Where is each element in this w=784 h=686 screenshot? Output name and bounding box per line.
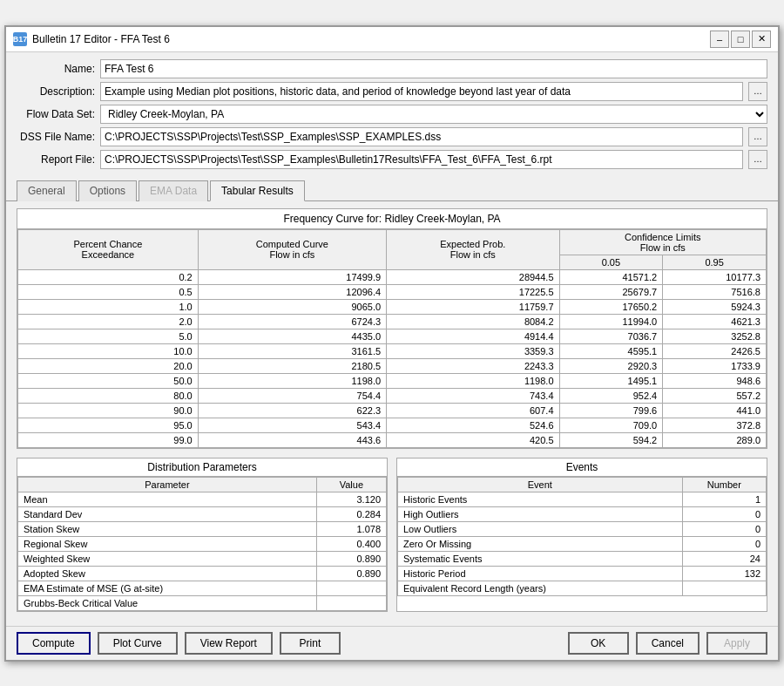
table-row: 1.0 9065.0 11759.7 17650.2 5924.3 — [18, 299, 767, 314]
event-row: Systematic Events 24 — [398, 551, 767, 566]
name-input[interactable] — [100, 59, 767, 78]
titlebar: B17 Bulletin 17 Editor - FFA Test 6 – □ … — [6, 27, 778, 52]
cell-pct: 95.0 — [18, 418, 199, 432]
description-input[interactable] — [100, 82, 743, 101]
cell-conf95: 557.2 — [663, 388, 767, 403]
description-label: Description: — [17, 85, 95, 98]
table-row: 0.2 17499.9 28944.5 41571.2 10177.3 — [18, 269, 767, 284]
cell-pct: 20.0 — [18, 358, 199, 373]
param-value: 0.890 — [316, 551, 386, 566]
table-row: 99.0 443.6 420.5 594.2 289.0 — [18, 432, 767, 447]
param-name: Station Skew — [18, 521, 317, 536]
dss-file-browse-button[interactable]: … — [748, 127, 767, 146]
cell-expected: 607.4 — [387, 403, 559, 418]
view-report-button[interactable]: View Report — [185, 632, 273, 655]
report-file-input[interactable] — [100, 150, 743, 169]
maximize-button[interactable]: □ — [731, 31, 750, 48]
tab-tabular-results[interactable]: Tabular Results — [210, 180, 305, 201]
flow-data-set-label: Flow Data Set: — [17, 108, 95, 120]
cell-conf95: 5924.3 — [663, 299, 767, 314]
event-col-header: Event — [398, 477, 683, 492]
table-row: 50.0 1198.0 1198.0 1495.1 948.6 — [18, 373, 767, 388]
cell-pct: 0.5 — [18, 284, 199, 299]
event-number — [682, 581, 766, 595]
cell-conf95: 1733.9 — [663, 358, 767, 373]
param-name: Regional Skew — [18, 536, 317, 551]
frequency-curve-table: Percent ChanceExceedance Computed CurveF… — [17, 229, 767, 448]
table-row: 90.0 622.3 607.4 799.6 441.0 — [18, 403, 767, 418]
cell-conf05: 7036.7 — [559, 329, 663, 343]
table-row: 2.0 6724.3 8084.2 11994.0 4621.3 — [18, 314, 767, 329]
cell-computed: 543.4 — [198, 418, 386, 432]
cancel-button[interactable]: Cancel — [636, 632, 700, 655]
tab-ema-data: EMA Data — [139, 180, 208, 201]
dss-file-row: DSS File Name: … — [17, 127, 767, 146]
tab-general[interactable]: General — [17, 180, 77, 201]
cell-pct: 10.0 — [18, 343, 199, 358]
name-label: Name: — [17, 63, 95, 75]
cell-conf95: 10177.3 — [663, 269, 767, 284]
print-button[interactable]: Print — [280, 632, 341, 655]
description-row: Description: … — [17, 82, 767, 101]
close-button[interactable]: ✕ — [752, 31, 771, 48]
minimize-button[interactable]: – — [710, 31, 729, 48]
titlebar-left: B17 Bulletin 17 Editor - FFA Test 6 — [13, 32, 170, 46]
cell-computed: 9065.0 — [198, 299, 386, 314]
cell-conf05: 799.6 — [559, 403, 663, 418]
param-value — [316, 595, 386, 610]
param-name: Adopted Skew — [18, 566, 317, 581]
param-row: Standard Dev 0.284 — [18, 506, 387, 521]
event-row: Historic Events 1 — [398, 492, 767, 506]
event-number: 0 — [682, 506, 766, 521]
plot-curve-button[interactable]: Plot Curve — [98, 632, 178, 655]
event-name: Low Outliers — [398, 521, 683, 536]
cell-conf95: 3252.8 — [663, 329, 767, 343]
dss-file-input[interactable] — [100, 127, 743, 146]
app-icon: B17 — [13, 32, 27, 46]
param-value: 3.120 — [316, 492, 386, 506]
param-row: Station Skew 1.078 — [18, 521, 387, 536]
param-value: 0.400 — [316, 536, 386, 551]
param-row: Weighted Skew 0.890 — [18, 551, 387, 566]
ok-button[interactable]: OK — [568, 632, 629, 655]
param-name: Standard Dev — [18, 506, 317, 521]
flow-data-set-select[interactable]: Ridley Creek-Moylan, PA — [100, 105, 767, 124]
cell-expected: 1198.0 — [387, 373, 559, 388]
description-browse-button[interactable]: … — [748, 82, 767, 101]
param-value: 0.890 — [316, 566, 386, 581]
cell-conf05: 41571.2 — [559, 269, 663, 284]
tab-bar: General Options EMA Data Tabular Results — [6, 180, 778, 201]
header-pct-exceedance: Percent ChanceExceedance — [18, 229, 199, 269]
table-row: 0.5 12096.4 17225.5 25679.7 7516.8 — [18, 284, 767, 299]
cell-conf95: 4621.3 — [663, 314, 767, 329]
tab-options[interactable]: Options — [78, 180, 137, 201]
param-row: Grubbs-Beck Critical Value — [18, 595, 387, 610]
event-name: Equivalent Record Length (years) — [398, 581, 683, 595]
footer-left-buttons: Compute Plot Curve View Report Print — [17, 632, 561, 655]
cell-pct: 0.2 — [18, 269, 199, 284]
event-row: Zero Or Missing 0 — [398, 536, 767, 551]
param-name: EMA Estimate of MSE (G at-site) — [18, 581, 317, 595]
cell-expected: 4914.4 — [387, 329, 559, 343]
param-name: Weighted Skew — [18, 551, 317, 566]
compute-button[interactable]: Compute — [17, 632, 91, 655]
param-col-header: Parameter — [18, 477, 317, 492]
events-table: Event Number Historic Events 1 High Outl… — [397, 477, 767, 596]
cell-conf95: 2426.5 — [663, 343, 767, 358]
param-value: 1.078 — [316, 521, 386, 536]
table-row: 5.0 4435.0 4914.4 7036.7 3252.8 — [18, 329, 767, 343]
event-name: Historic Events — [398, 492, 683, 506]
report-file-browse-button[interactable]: … — [748, 150, 767, 169]
event-name: High Outliers — [398, 506, 683, 521]
window-title: Bulletin 17 Editor - FFA Test 6 — [32, 33, 170, 45]
table-row: 10.0 3161.5 3359.3 4595.1 2426.5 — [18, 343, 767, 358]
event-row: Historic Period 132 — [398, 566, 767, 581]
event-name: Historic Period — [398, 566, 683, 581]
table-row: 80.0 754.4 743.4 952.4 557.2 — [18, 388, 767, 403]
apply-button[interactable]: Apply — [706, 632, 767, 655]
cell-pct: 5.0 — [18, 329, 199, 343]
cell-computed: 1198.0 — [198, 373, 386, 388]
cell-conf95: 441.0 — [663, 403, 767, 418]
event-number: 0 — [682, 521, 766, 536]
cell-pct: 80.0 — [18, 388, 199, 403]
